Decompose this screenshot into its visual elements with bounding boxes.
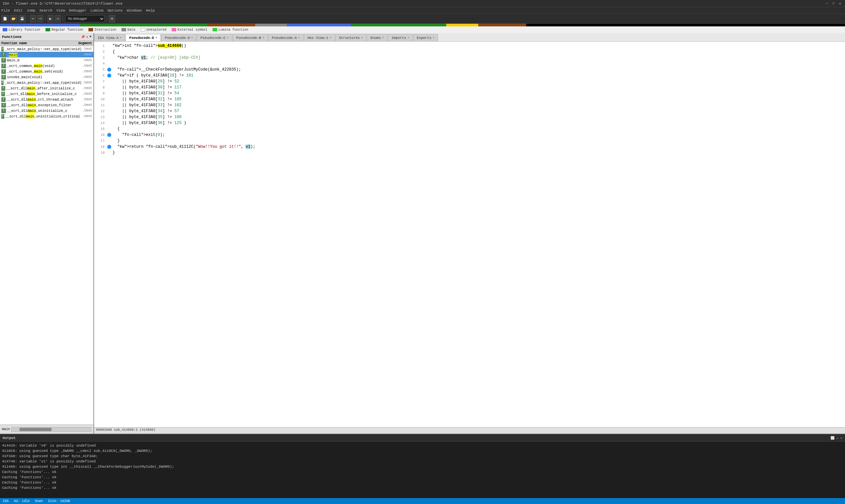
- code-line[interactable]: 13 || byte_41F3A0[35] != 108: [94, 114, 845, 120]
- function-row[interactable]: fmain_0.text: [0, 57, 93, 63]
- code-line[interactable]: 19}: [94, 150, 845, 156]
- code-line[interactable]: 17 }: [94, 138, 845, 144]
- code-line[interactable]: 12 || byte_41F3A0[34] != 57: [94, 108, 845, 114]
- code-line[interactable]: 10 || byte_41F3A0[32] != 105: [94, 96, 845, 102]
- line-number: 11: [95, 103, 105, 107]
- code-line[interactable]: 5 "fn-call">__CheckForDebuggerJustMyCode…: [94, 67, 845, 73]
- breakpoint-dot[interactable]: [107, 133, 111, 137]
- code-line[interactable]: 14 || byte_41F3A0[36] != 125 ): [94, 120, 845, 126]
- menu-item-view[interactable]: View: [56, 8, 65, 13]
- functions-menu-icon[interactable]: ▼: [89, 35, 91, 39]
- menu-item-windows[interactable]: Windows: [127, 8, 142, 13]
- code-line[interactable]: 7 || byte_41F3A0[29] != 52: [94, 78, 845, 85]
- code-line[interactable]: 9 || byte_41F3A0[31] != 54: [94, 90, 845, 96]
- menu-item-file[interactable]: File: [1, 8, 10, 13]
- tab-exports[interactable]: Exports×: [413, 34, 438, 41]
- menu-item-help[interactable]: Help: [146, 8, 155, 13]
- code-line[interactable]: 16 "fn-call">exit(0);: [94, 132, 845, 138]
- scrollbar-area[interactable]: [11, 427, 91, 432]
- color-bar-segment: [0, 24, 80, 26]
- tab-close-icon[interactable]: ×: [407, 36, 409, 40]
- tab-close-icon[interactable]: ×: [433, 36, 434, 40]
- tab-pseudocode-a[interactable]: Pseudocode-A×: [268, 34, 304, 41]
- toolbar-save[interactable]: 💾: [18, 15, 26, 22]
- tab-close-icon[interactable]: ×: [227, 36, 228, 40]
- scrollbar-thumb[interactable]: [19, 428, 51, 431]
- code-line[interactable]: 15 {: [94, 126, 845, 132]
- toolbar-step[interactable]: ⇒: [55, 15, 61, 22]
- code-line[interactable]: 2{: [94, 49, 845, 55]
- function-row[interactable]: f__scrt_dllmain_uninitialize_critical.te…: [0, 113, 93, 119]
- breakpoint-dot[interactable]: [107, 145, 111, 149]
- functions-close-icon[interactable]: ✕: [86, 35, 88, 39]
- output-restore-icon[interactable]: ⬜: [830, 436, 834, 440]
- code-line[interactable]: 6 "kw">if ( byte_41F3A0[28] != 101: [94, 73, 845, 78]
- code-line[interactable]: 3 "kw">char v1; // [esp+0h] [ebp-CCh]: [94, 55, 845, 61]
- function-row[interactable]: f__scrt_dllmain_uninitialize_c.text: [0, 108, 93, 113]
- function-row[interactable]: f__scrt_dllmain_exception_filter.text: [0, 102, 93, 108]
- toolbar-run[interactable]: ▶: [48, 15, 53, 22]
- code-line[interactable]: 8 || byte_41F3A0[30] != 117: [94, 85, 845, 90]
- toolbar-new[interactable]: 📄: [1, 15, 8, 22]
- tab-close-icon[interactable]: ×: [156, 36, 157, 40]
- output-line: 414426: Variable 'v0' is possibly undefi…: [2, 443, 843, 448]
- title-bar-controls[interactable]: — □ ✕: [825, 1, 842, 6]
- code-line[interactable]: 18 "kw">return "fn-call">sub_41112C("Wow…: [94, 144, 845, 150]
- tab-close-icon[interactable]: ×: [361, 36, 363, 40]
- functions-pin-icon[interactable]: 📌: [81, 35, 85, 39]
- tab-close-icon[interactable]: ×: [330, 36, 331, 40]
- output-header-icons[interactable]: ⬜ ↗ ✕: [830, 436, 842, 440]
- menu-item-jump[interactable]: Jump: [27, 8, 35, 13]
- functions-header-icons[interactable]: 📌 ✕ ▼: [81, 35, 91, 39]
- function-row[interactable]: f_scrt_common_main_seh(void).text: [0, 69, 93, 74]
- code-line[interactable]: 1"kw">int "fn-call">sub_414660(): [94, 43, 845, 49]
- tab-structures[interactable]: Structures×: [335, 34, 366, 41]
- menu-item-search[interactable]: Search: [39, 8, 52, 13]
- breakpoint-dot[interactable]: [107, 74, 111, 77]
- tab-imports[interactable]: Imports×: [388, 34, 413, 41]
- output-close-icon[interactable]: ✕: [840, 436, 842, 440]
- tab-enums[interactable]: Enums×: [367, 34, 388, 41]
- function-row[interactable]: f__scrt_dllmain_crt_thread_attach.text: [0, 97, 93, 102]
- toolbar-analyze[interactable]: ⚙: [109, 15, 115, 22]
- tab-pseudocode-e[interactable]: Pseudocode-E×: [125, 34, 161, 41]
- breakpoint-dot[interactable]: [107, 68, 111, 72]
- tab-pseudocode-b[interactable]: Pseudocode-B×: [233, 34, 268, 41]
- code-line[interactable]: 11 || byte_41F3A0[33] != 102: [94, 102, 845, 108]
- menu-item-options[interactable]: Options: [108, 8, 123, 13]
- function-row[interactable]: f_scrt_main_policy::set_app_type(void).t…: [0, 46, 93, 52]
- tab-pseudocode-c[interactable]: Pseudocode-C×: [197, 34, 232, 41]
- tab-close-icon[interactable]: ×: [262, 36, 264, 40]
- function-row[interactable]: f_scrt_main_policy::set_app_type(void).t…: [0, 80, 93, 86]
- minimize-button[interactable]: —: [825, 1, 829, 6]
- code-line[interactable]: 4: [94, 61, 845, 67]
- tab-close-icon[interactable]: ×: [120, 36, 122, 40]
- close-button[interactable]: ✕: [838, 1, 842, 6]
- debugger-select[interactable]: No debugger: [65, 15, 105, 22]
- legend-dot: [88, 28, 93, 31]
- maximize-button[interactable]: □: [831, 1, 836, 6]
- function-row[interactable]: f_scrt_common_main(void).text: [0, 63, 93, 69]
- function-name: __scrt_dllmain_uninitialize_critical: [5, 114, 80, 119]
- menu-item-edit[interactable]: Edit: [14, 8, 22, 13]
- code-text: "kw">return "fn-call">sub_41112C("Wow!!Y…: [112, 144, 255, 149]
- toolbar-redo[interactable]: ↪: [37, 15, 43, 22]
- menu-item-debugger[interactable]: Debugger: [69, 8, 87, 13]
- tab-close-icon[interactable]: ×: [382, 36, 384, 40]
- tab-hex-view-1[interactable]: Hex View-1×: [304, 34, 335, 41]
- code-area[interactable]: 1"kw">int "fn-call">sub_414660()2{3 "kw"…: [94, 41, 845, 427]
- tab-ida-view-a[interactable]: IDA View-A×: [94, 34, 125, 41]
- menu-item-lumina[interactable]: Lumina: [90, 8, 104, 13]
- toolbar-open[interactable]: 📂: [10, 15, 17, 22]
- function-row[interactable]: f_main.text: [0, 52, 93, 57]
- function-row[interactable]: finvoke_main(void).text: [0, 74, 93, 80]
- tab-close-icon[interactable]: ×: [191, 36, 193, 40]
- function-row[interactable]: f__scrt_dllmain_before_initialize_c.text: [0, 91, 93, 97]
- function-row[interactable]: f__scrt_dllmain_after_initialize_c.text: [0, 86, 93, 91]
- breakpoint-empty: [107, 139, 111, 143]
- output-float-icon[interactable]: ↗: [837, 436, 839, 440]
- toolbar-undo[interactable]: ↩: [30, 15, 36, 22]
- tab-close-icon[interactable]: ×: [298, 36, 300, 40]
- color-bar-segment: [446, 24, 478, 26]
- tab-pseudocode-d[interactable]: Pseudocode-D×: [161, 34, 196, 41]
